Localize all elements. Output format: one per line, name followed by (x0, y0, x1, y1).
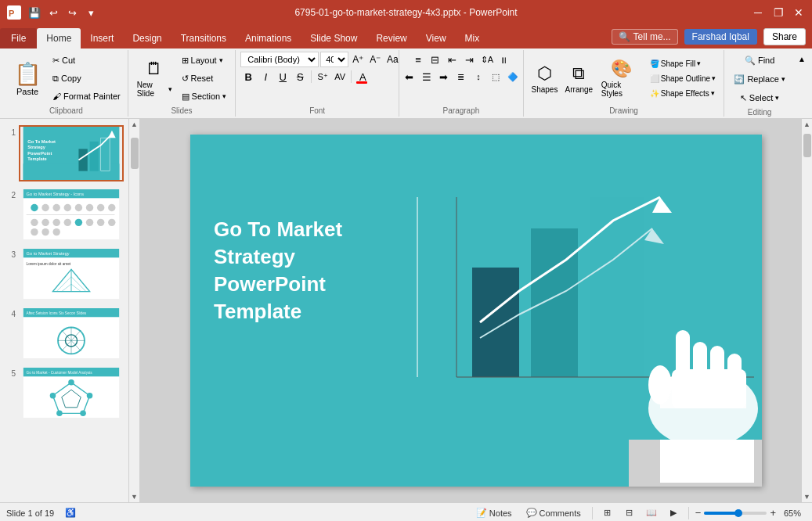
accessibility-button[interactable]: ♿ (60, 507, 81, 519)
bold-button[interactable]: B (240, 69, 256, 84)
list-item[interactable]: 4 Aftec Setsion Icons Six Secon Slides (3, 305, 125, 361)
zoom-slider[interactable] (704, 512, 767, 515)
dec-font-button[interactable]: A⁻ (367, 52, 383, 67)
ribbon-collapse[interactable]: ▲ (795, 50, 809, 117)
arrange-button[interactable]: ⧉ Arrange (562, 56, 596, 100)
shape-outline-chevron: ▾ (712, 74, 716, 82)
restore-button[interactable]: ❐ (771, 5, 785, 20)
slide-panel-scrollbar[interactable]: ▲ ▼ (129, 119, 140, 502)
align-center-button[interactable]: ☰ (419, 69, 435, 84)
clear-format-button[interactable]: Aa (384, 52, 400, 67)
slide-thumbnail-4[interactable]: Aftec Setsion Icons Six Secon Slides (19, 307, 124, 360)
columns-button[interactable]: ⫼ (496, 52, 512, 67)
underline-button[interactable]: U (275, 69, 291, 84)
scroll-thumb[interactable] (131, 138, 139, 169)
section-button[interactable]: ▤ Section ▾ (178, 88, 231, 105)
format-painter-button[interactable]: 🖌 Format Painter (49, 88, 125, 105)
tell-me-box[interactable]: 🔍 Tell me... (612, 29, 678, 45)
undo-qa-button[interactable]: ↩ (45, 5, 61, 20)
justify-button[interactable]: ≣ (453, 69, 469, 84)
zoom-in-button[interactable]: + (770, 507, 776, 519)
char-spacing-button[interactable]: AV (332, 69, 348, 84)
font-size-select[interactable]: 40 (320, 52, 348, 67)
tab-home[interactable]: Home (37, 28, 81, 49)
new-slide-button[interactable]: 🗒 New Slide ▾ (133, 56, 176, 100)
scroll-down-button[interactable]: ▼ (129, 491, 139, 502)
font-color-button[interactable]: A (355, 69, 370, 84)
italic-button[interactable]: I (258, 69, 273, 84)
slide-thumbnail-1[interactable]: Go To Market Strategy PowerPoint Templat… (19, 125, 124, 181)
indent-dec-button[interactable]: ⇤ (445, 52, 460, 67)
strikethrough-button[interactable]: S (292, 69, 308, 84)
canvas-scroll-down[interactable]: ▼ (802, 491, 812, 502)
canvas-scroll-up[interactable]: ▲ (802, 119, 812, 130)
canvas-scrollbar[interactable]: ▲ ▼ (801, 119, 812, 502)
align-left-button[interactable]: ⬅ (402, 69, 417, 84)
smart-art-button[interactable]: 🔷 (505, 69, 521, 84)
comments-button[interactable]: 💬 Comments (521, 507, 586, 519)
tab-insert[interactable]: Insert (81, 28, 123, 49)
zoom-level-button[interactable]: 65% (779, 508, 806, 519)
slide-sorter-button[interactable]: ⊟ (621, 506, 638, 520)
redo-qa-button[interactable]: ↪ (64, 5, 80, 20)
shape-fill-button[interactable]: 🪣 Shape Fill ▾ (647, 56, 719, 70)
paste-button[interactable]: 📋 Paste (8, 59, 47, 99)
notes-button[interactable]: 📝 Notes (471, 507, 517, 519)
list-item[interactable]: 3 Go to Market Strategy Lorem ipsum dolo… (3, 246, 125, 302)
save-qa-button[interactable]: 💾 (27, 5, 42, 20)
reading-view-button[interactable]: 📖 (643, 506, 660, 520)
svg-text:Go To Market: Go To Market (214, 217, 343, 241)
copy-label: Copy (61, 74, 81, 83)
replace-button[interactable]: 🔄 Replace ▾ (730, 70, 789, 88)
font-family-select[interactable]: Calibri (Body) (240, 52, 319, 67)
shapes-button[interactable]: ⬡ Shapes (529, 56, 561, 100)
zoom-out-button[interactable]: − (695, 507, 702, 519)
copy-button[interactable]: ⧉ Copy (49, 70, 125, 87)
reset-button[interactable]: ↺ Reset (178, 70, 231, 87)
tab-view[interactable]: View (417, 28, 456, 49)
share-button[interactable]: Share (763, 28, 806, 45)
ribbon-collapse-button[interactable]: ▲ (795, 53, 809, 65)
text-box-button[interactable]: ⬚ (488, 69, 503, 84)
list-item[interactable]: 1 Go To Market Strategy PowerPoint Templ… (3, 124, 125, 183)
shadow-button[interactable]: S⁺ (315, 69, 330, 84)
slideshow-button[interactable]: ▶ (665, 506, 682, 520)
section-icon: ▤ (182, 92, 189, 102)
select-button[interactable]: ↖ Select ▾ (736, 89, 784, 106)
line-spacing-button[interactable]: ↕ (471, 69, 486, 84)
tab-design[interactable]: Design (123, 28, 171, 49)
slide-canvas[interactable]: Go To Market Strategy PowerPoint Templat… (190, 135, 762, 487)
slide-thumbnail-3[interactable]: Go to Market Strategy Lorem ipsum dolor … (19, 247, 124, 300)
bullets-button[interactable]: ≡ (410, 52, 426, 67)
slide-thumbnail-5[interactable]: Go to Market - Customer Model Analysis (19, 366, 124, 419)
tab-review[interactable]: Review (366, 28, 416, 49)
normal-view-button[interactable]: ⊞ (599, 506, 616, 520)
cut-button[interactable]: ✂ Cut (49, 52, 125, 69)
inc-font-button[interactable]: A⁺ (350, 52, 366, 67)
scroll-up-button[interactable]: ▲ (129, 119, 139, 130)
minimize-button[interactable]: ─ (751, 5, 765, 20)
user-button[interactable]: Farshad Iqbal (684, 29, 757, 45)
tab-file[interactable]: File (0, 28, 37, 49)
text-direction-button[interactable]: ⇕A (479, 52, 495, 67)
list-item[interactable]: 2 Go to Market Strategy - Icons (3, 186, 125, 243)
tab-mix[interactable]: Mix (456, 28, 489, 49)
slide-thumbnail-2[interactable]: Go to Market Strategy - Icons (19, 188, 124, 241)
svg-rect-9 (90, 142, 99, 171)
quick-styles-button[interactable]: 🎨 Quick Styles (597, 56, 645, 100)
shape-effects-button[interactable]: ✨ Shape Effects ▾ (647, 86, 719, 100)
tab-slideshow[interactable]: Slide Show (301, 28, 366, 49)
close-button[interactable]: ✕ (792, 5, 806, 20)
align-right-button[interactable]: ➡ (436, 69, 452, 84)
customize-qa-button[interactable]: ▾ (83, 5, 99, 20)
list-item[interactable]: 5 Go to Market - Customer Model Analysis (3, 365, 125, 421)
indent-inc-button[interactable]: ⇥ (462, 52, 478, 67)
layout-button[interactable]: ⊞ Layout ▾ (178, 52, 231, 69)
numbering-button[interactable]: ⊟ (428, 52, 443, 67)
find-button[interactable]: 🔍 Find (741, 52, 778, 69)
tab-transitions[interactable]: Transitions (171, 28, 236, 49)
tab-animations[interactable]: Animations (236, 28, 301, 49)
canvas-scroll-thumb[interactable] (803, 134, 811, 157)
shape-outline-button[interactable]: ⬜ Shape Outline ▾ (647, 71, 719, 85)
zoom-slider-thumb[interactable] (734, 509, 742, 517)
